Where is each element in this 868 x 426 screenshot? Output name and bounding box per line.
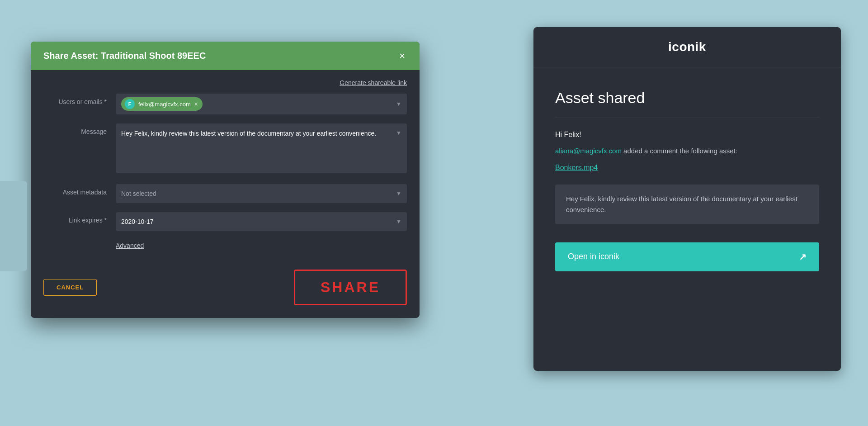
asset-metadata-control: Not selected ▼ bbox=[116, 184, 407, 203]
modal-footer: CANCEL SHARE bbox=[31, 264, 420, 318]
link-expires-form-row: Link expires * 2020-10-17 ▼ bbox=[43, 212, 407, 231]
asset-metadata-label: Asset metadata bbox=[43, 184, 116, 196]
message-label: Message bbox=[43, 123, 116, 135]
link-expires-label: Link expires * bbox=[43, 212, 116, 224]
link-expires-control: 2020-10-17 ▼ bbox=[116, 212, 407, 231]
users-label: Users or emails * bbox=[43, 94, 116, 105]
asset-metadata-select[interactable]: Not selected bbox=[116, 184, 407, 203]
remove-user-button[interactable]: × bbox=[194, 101, 198, 107]
user-email: felix@magicvfx.com bbox=[138, 101, 191, 108]
email-greeting: Hi Felix! bbox=[555, 131, 819, 139]
modal-title: Share Asset: Traditional Shoot 89EEC bbox=[43, 51, 206, 61]
open-in-iconik-button[interactable]: Open in iconik ↗ bbox=[555, 242, 819, 271]
external-link-icon: ↗ bbox=[799, 251, 807, 262]
user-avatar: F bbox=[125, 99, 135, 109]
email-preview-panel: iconik Asset shared Hi Felix! aliana@mag… bbox=[533, 27, 841, 371]
iconik-logo: iconik bbox=[668, 40, 706, 54]
email-message-box: Hey Felix, kindly review this latest ver… bbox=[555, 185, 819, 224]
email-body-text: aliana@magicvfx.com added a comment the … bbox=[555, 146, 819, 156]
email-panel-body: Asset shared Hi Felix! aliana@magicvfx.c… bbox=[533, 67, 841, 289]
cancel-button[interactable]: CANCEL bbox=[43, 279, 97, 296]
generate-link-text[interactable]: Generate shareable link bbox=[340, 79, 407, 86]
message-form-row: Message ▼ bbox=[43, 123, 407, 175]
users-control: F felix@magicvfx.com × ▼ bbox=[116, 94, 407, 114]
message-control: ▼ bbox=[116, 123, 407, 175]
advanced-link[interactable]: Advanced bbox=[116, 242, 144, 249]
email-title: Asset shared bbox=[555, 89, 819, 107]
share-modal: Share Asset: Traditional Shoot 89EEC × G… bbox=[31, 42, 420, 318]
link-expires-select[interactable]: 2020-10-17 bbox=[116, 212, 407, 231]
modal-header: Share Asset: Traditional Shoot 89EEC × bbox=[31, 42, 420, 70]
sender-email: aliana@magicvfx.com bbox=[555, 147, 622, 155]
open-btn-label: Open in iconik bbox=[568, 252, 619, 261]
generate-link-row: Generate shareable link bbox=[43, 79, 407, 86]
modal-body: Generate shareable link Users or emails … bbox=[31, 70, 420, 264]
email-panel-header: iconik bbox=[533, 27, 841, 67]
email-message-text: Hey Felix, kindly review this latest ver… bbox=[566, 194, 808, 215]
user-tag: F felix@magicvfx.com × bbox=[121, 97, 203, 111]
share-btn-container: SHARE bbox=[294, 270, 407, 305]
asset-metadata-form-row: Asset metadata Not selected ▼ bbox=[43, 184, 407, 203]
bg-shape bbox=[0, 181, 27, 271]
share-button[interactable]: SHARE bbox=[294, 270, 407, 305]
asset-link[interactable]: Bonkers.mp4 bbox=[555, 164, 819, 172]
email-body-suffix: added a comment the following asset: bbox=[622, 147, 737, 155]
email-divider bbox=[555, 118, 819, 118]
close-button[interactable]: × bbox=[397, 51, 407, 61]
users-form-row: Users or emails * F felix@magicvfx.com ×… bbox=[43, 94, 407, 114]
message-textarea[interactable] bbox=[116, 123, 407, 173]
users-input[interactable]: F felix@magicvfx.com × bbox=[116, 94, 407, 114]
